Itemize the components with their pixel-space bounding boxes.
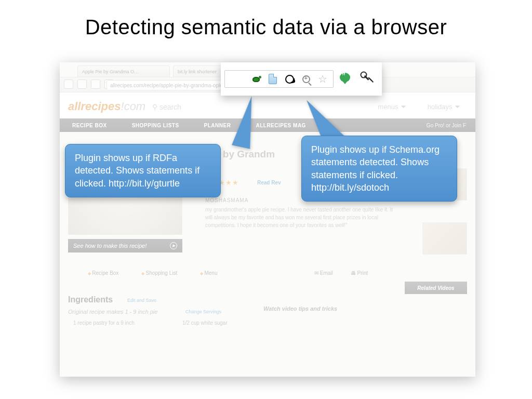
schema-org-icon bbox=[284, 74, 295, 84]
zoom-in-icon bbox=[301, 74, 311, 84]
sidebar-thumb bbox=[422, 222, 467, 255]
email-action: ✉ Email bbox=[314, 270, 333, 276]
reload-icon bbox=[91, 79, 100, 89]
nav-item: SHOPPING LISTS bbox=[119, 123, 192, 128]
page-icon bbox=[268, 74, 278, 84]
nav-right: Go Pro! or Join F bbox=[427, 123, 475, 128]
recipe-actions: Recipe Box Shopping List Menu bbox=[88, 270, 217, 276]
back-button-icon bbox=[64, 79, 73, 89]
action-item: Menu bbox=[200, 270, 217, 276]
nav-item: RECIPE BOX bbox=[60, 123, 119, 128]
print-action: 🖶 Print bbox=[351, 270, 368, 276]
recipe-description: my grandmother's apple pie recipe. I hav… bbox=[205, 206, 397, 229]
zoom-inner: ☆ bbox=[224, 66, 378, 92]
key-icon bbox=[356, 70, 371, 85]
action-item: Recipe Box bbox=[88, 270, 118, 276]
rdfa-turtle-icon bbox=[251, 74, 261, 84]
bookmark-star-icon: ☆ bbox=[317, 74, 328, 84]
watch-tips: Watch video tips and tricks bbox=[263, 305, 337, 312]
hangouts-icon bbox=[340, 73, 350, 82]
forward-button-icon bbox=[77, 79, 87, 89]
zoom-toolbar: ☆ bbox=[221, 62, 382, 96]
ingredients-sub: Original recipe makes 1 - 9 inch pie bbox=[68, 309, 157, 315]
holidays-link: holidays ⏷ bbox=[428, 103, 461, 111]
ingredients-edit: Edit and Save bbox=[127, 298, 156, 303]
see-how-button: See how to make this recipe!▶ bbox=[68, 239, 182, 252]
related-videos-header: Related Videos bbox=[405, 282, 467, 294]
extension-tray: ☆ bbox=[224, 70, 334, 88]
slide: Detecting semantic data via a browser Ap… bbox=[0, 0, 532, 399]
toolbar-right-icons bbox=[340, 72, 369, 83]
recipe-author: MOSHASMAMA bbox=[205, 197, 248, 203]
slide-title: Detecting semantic data via a browser bbox=[31, 16, 501, 39]
ingredient-line: 1 recipe pastry for a 9 inch bbox=[73, 320, 135, 326]
reviews-link: Read Rev bbox=[257, 180, 281, 185]
browser-screenshot: Apple Pie by Grandma O… bit.ly link shor… bbox=[60, 62, 475, 377]
menus-link: menus ⏷ bbox=[378, 103, 407, 111]
ingredient-line: 1/2 cup white sugar bbox=[182, 320, 228, 326]
play-icon: ▶ bbox=[170, 242, 177, 249]
email-print: ✉ Email 🖶 Print bbox=[314, 270, 368, 276]
screenshot-container: Apple Pie by Grandma O… bit.ly link shor… bbox=[60, 62, 475, 377]
site-navbar: RECIPE BOX SHOPPING LISTS PLANNER ALLREC… bbox=[60, 118, 475, 132]
search-label: ⚲ search bbox=[152, 103, 181, 111]
site-header: allrecipes!com ⚲ search menus ⏷ holidays… bbox=[60, 92, 475, 118]
change-servings: Change Servings bbox=[185, 309, 221, 314]
callout-rdfa: Plugin shows up if RDFa detected. Shows … bbox=[65, 144, 221, 197]
site-logo: allrecipes!com bbox=[68, 100, 145, 113]
action-item: Shopping List bbox=[141, 270, 177, 276]
callout-schemaorg: Plugin shows up if Schema.org statements… bbox=[301, 136, 457, 202]
browser-tab: Apple Pie by Grandma O… bbox=[77, 65, 170, 77]
ingredients-heading: Ingredients bbox=[68, 295, 113, 304]
